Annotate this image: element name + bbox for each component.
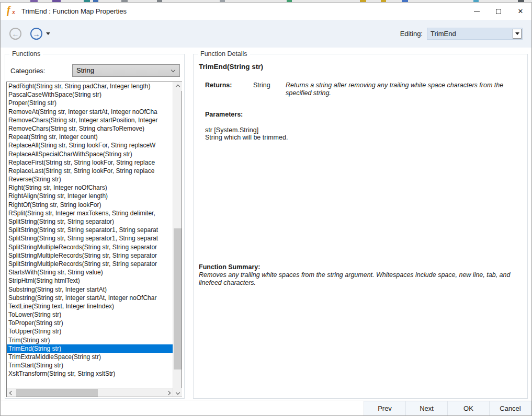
title-bar[interactable]: fx TrimEnd : Function Map Properties ✕ — [1, 3, 531, 20]
chevron-right-icon — [166, 390, 170, 395]
function-list-item[interactable]: SplitStringMultipleRecords(String str, S… — [7, 243, 173, 251]
function-list-item[interactable]: SplitStringMultipleRecords(String str, S… — [7, 251, 173, 260]
categories-label: Categories: — [10, 67, 45, 75]
function-details-title: Function Details — [198, 50, 250, 57]
returns-type: String — [253, 82, 278, 97]
function-list-item[interactable]: ToUpper(String str) — [7, 327, 173, 336]
returns-description: Returns a string after removing any trai… — [286, 82, 519, 97]
function-list-item[interactable]: Right(String str, Integer noOfChars) — [7, 183, 173, 192]
screen: fx TrimEnd : Function Map Properties ✕ ←… — [0, 0, 532, 416]
prev-button[interactable]: Prev — [364, 401, 406, 415]
function-list-item[interactable]: Reverse(String str) — [7, 175, 173, 183]
scroll-left-button[interactable] — [7, 388, 16, 397]
parameter-description: String which will be trimmed. — [205, 134, 288, 141]
fx-function-icon: fx — [7, 6, 18, 17]
chevron-down-icon — [171, 68, 175, 72]
function-list-item[interactable]: TextLine(String text, Integer lineIndex) — [7, 302, 173, 310]
window-controls: ✕ — [466, 3, 531, 20]
maximize-button[interactable] — [488, 3, 510, 20]
returns-label: Returns: — [205, 82, 253, 97]
function-list-item[interactable]: RemoveAt(String str, Integer startAt, In… — [7, 108, 173, 116]
function-listbox: PadRight(String str, String padChar, Int… — [6, 82, 182, 397]
function-list-item[interactable]: StartsWith(String str, String value) — [7, 268, 173, 276]
minimize-icon — [474, 11, 480, 11]
cancel-button[interactable]: Cancel — [489, 401, 531, 415]
function-list-item[interactable]: StripHtml(String htmlText) — [7, 276, 173, 285]
function-list-item[interactable]: Substring(String str, Integer startAt) — [7, 285, 173, 294]
chevron-down-icon — [515, 32, 519, 35]
chevron-up-icon — [175, 84, 179, 88]
parameters-label: Parameters: — [205, 111, 243, 118]
scroll-down-button[interactable] — [173, 388, 182, 397]
function-list-item[interactable]: Repeat(String str, Integer count) — [7, 133, 173, 141]
function-list-item[interactable]: TrimStart(String str) — [7, 361, 173, 369]
returns-row: Returns: String Returns a string after r… — [205, 82, 519, 97]
function-list-item[interactable]: SplitString(String str, String separator… — [7, 234, 173, 242]
footer-buttons: PrevNextOKCancel — [364, 401, 531, 415]
function-summary-text: Removes any trailing white spaces from t… — [199, 271, 522, 287]
function-list-item[interactable]: TrimEnd(String str) — [7, 344, 173, 353]
window-title: TrimEnd : Function Map Properties — [21, 7, 127, 15]
footer-bar: PrevNextOKCancel — [1, 400, 531, 415]
editing-dropdown-value: TrimEnd — [431, 30, 456, 38]
function-list-item[interactable]: SplitStringMultipleRecords(String str, S… — [7, 260, 173, 268]
function-list-item[interactable]: ReplaceFirst(String str, String lookFor,… — [7, 158, 173, 167]
function-summary-label: Function Summary: — [199, 263, 260, 271]
function-list-item[interactable]: SplitString(String str, String separator… — [7, 217, 173, 226]
function-map-properties-dialog: fx TrimEnd : Function Map Properties ✕ ←… — [0, 2, 532, 416]
functions-panel: Functions Categories: String PadRight(St… — [5, 54, 185, 399]
vertical-scrollbar[interactable] — [173, 82, 182, 397]
function-list-item[interactable]: RemoveChars(String str, String charsToRe… — [7, 124, 173, 133]
function-signature: TrimEnd(String str) — [199, 63, 263, 71]
back-button[interactable]: ← — [9, 28, 21, 40]
close-button[interactable]: ✕ — [510, 3, 531, 20]
function-list-item[interactable]: TrimExtraMiddleSpace(String str) — [7, 353, 173, 361]
function-list-item[interactable]: PascalCaseWithSpace(String str) — [7, 90, 173, 99]
function-list-item[interactable]: SplitString(String str, String separator… — [7, 226, 173, 234]
next-button[interactable]: Next — [405, 401, 448, 415]
editing-dropdown-button[interactable] — [513, 29, 522, 39]
function-list: PadRight(String str, String padChar, Int… — [7, 82, 173, 388]
horizontal-scrollbar-thumb[interactable] — [16, 389, 98, 397]
function-list-item[interactable]: Trim(String str) — [7, 336, 173, 344]
editing-section: Editing: TrimEnd — [400, 28, 523, 40]
forward-arrow-icon: → — [33, 30, 40, 38]
categories-dropdown[interactable]: String — [72, 64, 180, 77]
function-list-item[interactable]: ReplaceAll(String str, String lookFor, S… — [7, 141, 173, 149]
back-arrow-icon: ← — [12, 30, 19, 38]
functions-panel-title: Functions — [9, 50, 43, 57]
scroll-up-button[interactable] — [173, 82, 182, 91]
forward-dropdown-caret-icon[interactable] — [46, 32, 50, 35]
function-list-item[interactable]: ReplaceAllSpecialCharWithSpace(String st… — [7, 150, 173, 158]
vertical-scrollbar-thumb[interactable] — [174, 228, 182, 369]
scroll-right-button[interactable] — [164, 388, 173, 397]
function-list-item[interactable]: XsltTransform(String str, String xsltStr… — [7, 369, 173, 378]
function-details-panel: Function Details TrimEnd(String str) Ret… — [193, 54, 528, 399]
chevron-left-icon — [9, 390, 13, 395]
categories-dropdown-value: String — [76, 66, 94, 74]
editing-dropdown[interactable]: TrimEnd — [427, 28, 523, 40]
maximize-icon — [496, 9, 501, 14]
function-list-item[interactable]: ReplaceLast(String str, String lookFor, … — [7, 167, 173, 175]
ok-button[interactable]: OK — [447, 401, 490, 415]
navigation-toolbar: ← → Editing: TrimEnd — [1, 20, 531, 48]
function-list-item[interactable]: RightAlign(String str, Integer length) — [7, 192, 173, 200]
function-list-item[interactable]: ToProper(String str) — [7, 319, 173, 327]
editing-label: Editing: — [400, 30, 423, 38]
function-list-item[interactable]: ToLower(String str) — [7, 310, 173, 319]
function-list-item[interactable]: PadRight(String str, String padChar, Int… — [7, 82, 173, 90]
function-list-item[interactable]: RSplit(String str, Integer maxTokens, St… — [7, 209, 173, 217]
chevron-down-icon — [175, 390, 179, 394]
forward-button[interactable]: → — [30, 28, 42, 40]
function-list-item[interactable]: Proper(String str) — [7, 99, 173, 107]
horizontal-scrollbar[interactable] — [7, 388, 173, 397]
function-list-item[interactable]: RemoveChars(String str, Integer startPos… — [7, 116, 173, 124]
function-list-item[interactable]: Substring(String str, Integer startAt, I… — [7, 294, 173, 302]
close-icon: ✕ — [518, 8, 524, 15]
minimize-button[interactable] — [466, 3, 488, 20]
function-list-item[interactable]: RightOf(String str, String lookFor) — [7, 201, 173, 209]
parameter-name: str [System.String] — [205, 126, 258, 134]
